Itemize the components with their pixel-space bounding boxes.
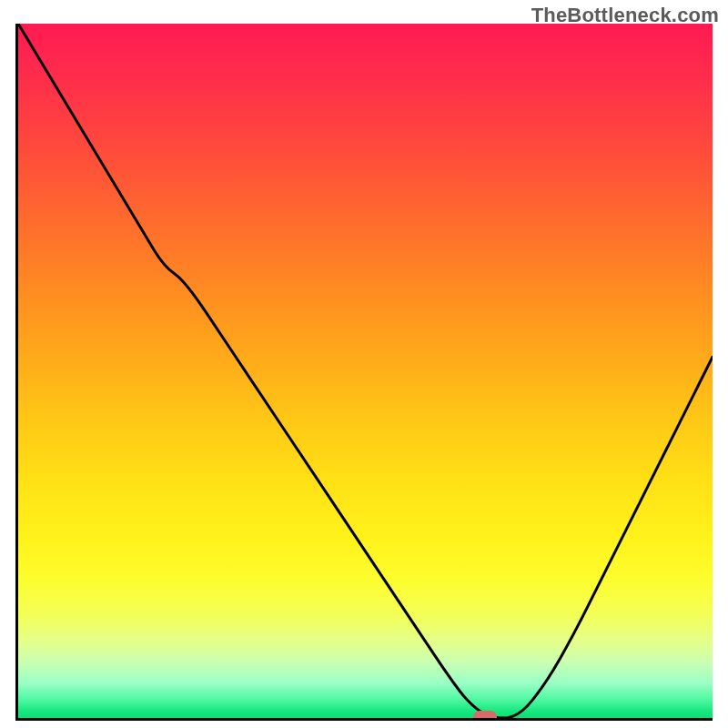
plot-frame xyxy=(15,24,713,721)
optimum-marker xyxy=(473,711,497,721)
bottleneck-curve xyxy=(18,24,713,718)
